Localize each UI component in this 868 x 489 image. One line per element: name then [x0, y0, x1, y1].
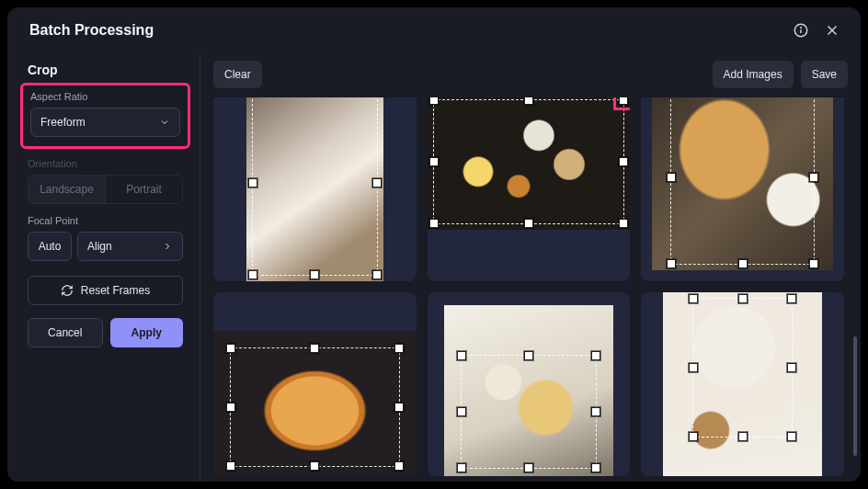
image-grid[interactable] [213, 97, 844, 482]
image-card[interactable] [428, 292, 631, 476]
clear-button[interactable]: Clear [213, 61, 262, 88]
add-images-button[interactable]: Add Images [713, 61, 794, 88]
crop-handle[interactable] [809, 259, 818, 268]
scrollbar-indicator[interactable] [853, 336, 857, 456]
crop-handle[interactable] [809, 173, 818, 182]
batch-processing-dialog: Batch Processing Crop Aspect Ratio Freef… [7, 7, 861, 482]
orientation-landscape[interactable]: Landscape [29, 176, 106, 203]
focal-auto-button[interactable]: Auto [28, 232, 72, 261]
image-card[interactable] [428, 97, 631, 281]
crop-handle[interactable] [689, 432, 698, 441]
crop-handle[interactable] [457, 463, 466, 472]
crop-handle[interactable] [689, 363, 698, 372]
close-icon[interactable] [822, 20, 842, 40]
crop-handle-highlight[interactable] [619, 97, 628, 105]
image-card[interactable] [641, 97, 844, 281]
crop-handle[interactable] [226, 403, 235, 412]
main-toolbar: Clear Add Images Save [200, 53, 861, 97]
reset-frames-label: Reset Frames [81, 284, 150, 297]
focal-point-label: Focal Point [28, 215, 183, 226]
svg-point-2 [801, 28, 802, 28]
crop-handle[interactable] [394, 403, 404, 412]
crop-handle[interactable] [591, 407, 600, 416]
dialog-body: Crop Aspect Ratio Freeform Orientation L… [7, 53, 861, 482]
apply-button[interactable]: Apply [110, 318, 184, 347]
crop-handle[interactable] [787, 432, 796, 441]
orientation-label: Orientation [28, 158, 183, 169]
image-grid-wrap [200, 97, 861, 482]
crop-handle[interactable] [310, 270, 319, 279]
crop-frame[interactable] [433, 99, 625, 224]
crop-sidebar: Crop Aspect Ratio Freeform Orientation L… [7, 53, 200, 482]
crop-handle[interactable] [394, 344, 404, 353]
crop-handle[interactable] [689, 294, 698, 303]
header-icons [791, 20, 842, 40]
crop-handle[interactable] [248, 270, 257, 279]
crop-handle[interactable] [787, 294, 796, 303]
reset-frames-button[interactable]: Reset Frames [28, 276, 183, 305]
image-card[interactable] [641, 292, 844, 476]
crop-handle[interactable] [248, 178, 257, 188]
crop-handle[interactable] [667, 173, 676, 182]
crop-frame[interactable] [670, 97, 815, 265]
chevron-down-icon [159, 117, 170, 128]
sidebar-actions: Cancel Apply [28, 318, 183, 347]
crop-handle[interactable] [310, 461, 319, 471]
crop-handle[interactable] [524, 463, 533, 472]
crop-handle[interactable] [372, 270, 382, 279]
chevron-right-icon [162, 241, 173, 252]
crop-handle[interactable] [738, 259, 748, 268]
crop-handle[interactable] [429, 219, 439, 228]
crop-handle[interactable] [457, 351, 466, 360]
crop-handle[interactable] [226, 461, 235, 471]
crop-handle[interactable] [738, 432, 748, 441]
focal-point-field: Focal Point Auto Align [28, 215, 183, 261]
dialog-header: Batch Processing [7, 7, 861, 53]
focal-align-label: Align [87, 240, 112, 253]
orientation-segmented: Landscape Portrait [28, 175, 183, 204]
crop-handle[interactable] [372, 178, 382, 188]
main-panel: Clear Add Images Save [200, 53, 861, 482]
crop-frame[interactable] [230, 347, 400, 467]
sidebar-title: Crop [28, 63, 183, 77]
orientation-field: Orientation Landscape Portrait [28, 158, 183, 204]
image-card[interactable] [213, 292, 417, 476]
dialog-title: Batch Processing [29, 22, 791, 39]
crop-handle[interactable] [524, 219, 533, 228]
crop-handle[interactable] [591, 351, 600, 360]
crop-handle[interactable] [429, 157, 439, 166]
aspect-ratio-value: Freeform [40, 116, 86, 129]
crop-handle[interactable] [591, 463, 600, 472]
crop-handle[interactable] [226, 344, 235, 353]
refresh-icon [61, 284, 74, 297]
crop-frame[interactable] [461, 355, 598, 469]
aspect-ratio-highlight: Aspect Ratio Freeform [20, 83, 190, 149]
crop-handle[interactable] [667, 259, 676, 268]
crop-handle[interactable] [524, 97, 533, 105]
crop-handle[interactable] [738, 294, 748, 303]
crop-handle[interactable] [619, 157, 628, 166]
crop-handle[interactable] [524, 351, 533, 360]
crop-handle[interactable] [429, 97, 439, 105]
crop-frame[interactable] [252, 97, 378, 276]
save-button[interactable]: Save [801, 61, 848, 88]
orientation-portrait[interactable]: Portrait [106, 176, 182, 203]
crop-frame[interactable] [692, 298, 793, 438]
info-icon[interactable] [791, 20, 811, 40]
aspect-ratio-label: Aspect Ratio [30, 91, 180, 102]
crop-handle[interactable] [457, 407, 466, 416]
image-card[interactable] [213, 97, 417, 281]
crop-handle[interactable] [787, 363, 796, 372]
crop-handle[interactable] [619, 219, 628, 228]
crop-handle[interactable] [394, 461, 404, 471]
aspect-ratio-select[interactable]: Freeform [30, 108, 180, 137]
crop-handle[interactable] [310, 344, 319, 353]
focal-align-button[interactable]: Align [77, 232, 183, 261]
cancel-button[interactable]: Cancel [28, 318, 103, 347]
